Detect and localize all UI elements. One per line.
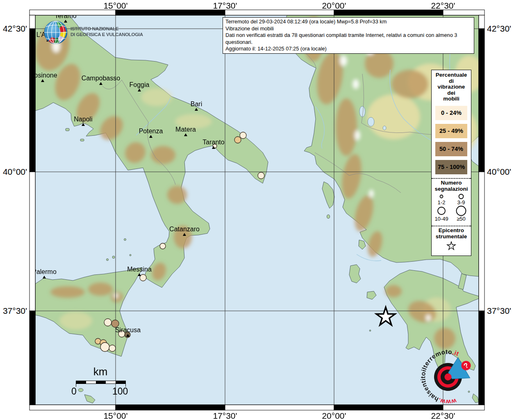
event-info-box: Terremoto del 29-03-2024 08:12:49 (ora l… — [223, 17, 474, 54]
counts-title-line: segnalazioni — [432, 186, 471, 192]
islet-dot-1 — [468, 391, 470, 393]
axis-bottom-17-30: 17°30' — [213, 411, 237, 420]
observation-circle — [240, 132, 246, 139]
event-data-note: Dati non verificati estratti da 78 quest… — [225, 32, 471, 46]
scale-bar-segments — [76, 381, 126, 384]
island-aeolian-4 — [130, 254, 131, 256]
epicenter-star-icon — [445, 241, 457, 251]
city-label: Palermo — [32, 268, 57, 275]
legend-title-line: di — [432, 78, 471, 84]
legend-percent-title: Percentuale di vibrazione dei mobili — [432, 70, 471, 102]
count-symbol-10-49: 10-49 — [432, 205, 451, 222]
axis-bottom-22-30: 22°30' — [431, 411, 455, 420]
epicenter-title-line: strumentale — [432, 233, 471, 240]
count-circle-icon — [454, 193, 468, 200]
legend-epicenter-section: Epicentro strumentale — [432, 226, 471, 256]
observation-circle — [234, 137, 241, 143]
event-updated-note: Aggiornato il: 14-12-2025 07:25 (ora loc… — [225, 46, 471, 52]
observation-circle — [104, 319, 111, 326]
count-label: 3-9 — [457, 200, 465, 205]
axis-left-40: 40°00' — [0, 167, 27, 177]
count-symbol-50plus: ≥50 — [451, 205, 471, 222]
islet-dot-2 — [369, 330, 371, 331]
city-label: Taranto — [202, 139, 224, 146]
swatch-label: 0 - 24% — [441, 110, 462, 116]
frame-bottom — [30, 405, 484, 410]
count-label: ≥50 — [457, 216, 466, 222]
observation-circle — [109, 345, 116, 352]
legend-title-line: dei — [432, 90, 471, 96]
island-aeolian-2 — [107, 259, 109, 261]
count-label: 1-2 — [438, 200, 446, 205]
legend-swatch-50-74: 50 - 74% — [435, 142, 467, 156]
legend: Percentuale di vibrazione dei mobili 0 -… — [431, 70, 471, 256]
city-label: Messina — [127, 266, 152, 273]
scale-unit: km — [91, 365, 110, 378]
frame-left — [30, 15, 35, 405]
ingv-name-line1: ISTITUTO NAZIONALE — [71, 26, 119, 31]
city-label: Bari — [191, 100, 202, 107]
map-page: { "axes": { "top": ["15°00'", "17°30'", … — [0, 0, 514, 420]
ingv-name-line2: DI GEOFISICA E VULCANOLOGIA — [71, 32, 143, 37]
count-symbol-1-2: 1-2 — [432, 193, 451, 205]
scale-max-label: 100 — [112, 386, 128, 397]
ingv-globe-icon — [44, 21, 67, 44]
count-circle-icon — [434, 205, 448, 216]
legend-counts-section: Numero segnalazioni 1-2 3-9 10-49 ≥50 — [432, 178, 471, 222]
axis-bottom-15: 15°00' — [103, 411, 127, 420]
counts-title-line: Numero — [432, 180, 471, 186]
scale-min-label: 0 — [71, 386, 77, 397]
axis-top-20: 20°00' — [322, 1, 346, 11]
observation-circle — [140, 274, 146, 281]
count-symbol-3-9: 3-9 — [451, 193, 471, 205]
event-title-line: Terremoto del 29-03-2024 08:12:49 (ora l… — [225, 18, 471, 25]
swatch-label: 50 - 74% — [439, 146, 463, 152]
swatch-label: 25 - 49% — [439, 128, 463, 134]
island-aeolian-1 — [112, 256, 115, 258]
epicenter-title-line: Epicentro — [432, 227, 471, 234]
scale-bar: km 0 100 — [74, 366, 131, 397]
city-label: Foggia — [130, 81, 150, 88]
count-circle-icon — [454, 205, 468, 216]
frame-top — [30, 10, 484, 15]
observation-circle — [160, 243, 166, 249]
axis-left-42-30: 42°30' — [0, 24, 27, 34]
axis-right-37-30: 37°30' — [487, 306, 511, 316]
city-label: Potenza — [139, 128, 163, 135]
observation-circle — [100, 342, 109, 352]
legend-title-line: mobili — [432, 96, 471, 102]
axis-left-37-30: 37°30' — [0, 306, 27, 316]
island-paxos — [327, 215, 330, 219]
axis-top-17-30: 17°30' — [213, 1, 237, 11]
island-ischia — [66, 128, 69, 131]
frame-right — [479, 15, 484, 405]
axis-top-15: 15°00' — [103, 1, 127, 11]
count-circle-icon — [434, 193, 448, 200]
legend-swatch-25-49: 25 - 49% — [435, 124, 467, 138]
legend-title-line: vibrazione — [432, 84, 471, 90]
legend-title-line: Percentuale — [432, 72, 471, 78]
island-capri — [80, 139, 84, 141]
map-area: TeramoL'AquilaFrosinoneCampobassoFoggiaN… — [28, 12, 484, 405]
legend-swatch-75-100: 75 - 100% — [435, 160, 467, 174]
event-subtitle: Vibrazione dei mobili — [225, 25, 471, 32]
swatch-label: 75 - 100% — [438, 164, 465, 170]
observation-circle — [258, 172, 264, 179]
city-label: Napoli — [74, 116, 92, 123]
island-aeolian-3 — [124, 239, 126, 241]
axis-top-22-30: 22°30' — [431, 1, 455, 11]
axis-bottom-20: 20°00' — [322, 411, 346, 420]
city-label: Siracusa — [115, 326, 141, 333]
city-label: Campobasso — [82, 75, 120, 82]
axis-right-42-30: 42°30' — [487, 24, 511, 34]
legend-swatch-0-24: 0 - 24% — [435, 106, 467, 120]
axis-right-40: 40°00' — [487, 167, 511, 177]
count-label: 10-49 — [434, 216, 448, 222]
city-label: Catanzaro — [169, 226, 200, 233]
city-label: Matera — [175, 126, 196, 133]
